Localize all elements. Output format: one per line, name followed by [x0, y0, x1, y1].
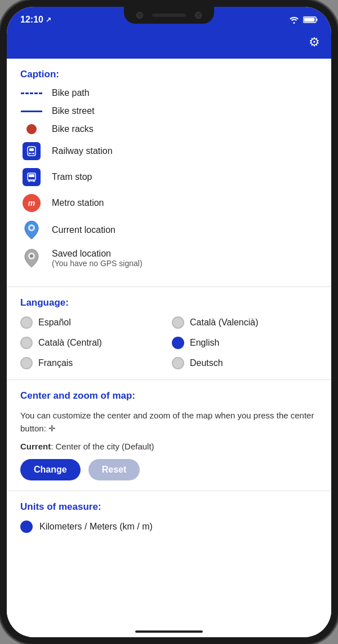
home-bar: [135, 630, 203, 633]
language-option-catala-central[interactable]: Català (Central): [20, 337, 166, 349]
units-radio-km: [20, 521, 33, 533]
camera2: [195, 12, 202, 19]
label-espanol: Español: [38, 317, 71, 328]
bike-street-label: Bike street: [52, 106, 95, 116]
bike-path-icon: [20, 92, 43, 94]
language-option-catala-valenciana[interactable]: Català (Valencià): [172, 316, 318, 329]
blue-drop-svg: [24, 220, 39, 240]
metro-circle: m: [23, 194, 41, 212]
change-button[interactable]: Change: [20, 459, 81, 480]
svg-point-15: [30, 226, 33, 230]
map-zoom-description: You can customize the center and zoom of…: [20, 409, 318, 435]
units-label-km: Kilometers / Meters (km / m): [39, 522, 153, 532]
phone-frame: 12:10 ↗ ⚙: [0, 0, 338, 644]
location-arrow-icon: ↗: [46, 16, 51, 24]
railway-box: [23, 142, 41, 160]
wifi-icon: [288, 16, 300, 24]
dashed-line: [21, 92, 42, 94]
caption-section: Caption: Bike path Bike street: [7, 59, 331, 287]
status-icons: [288, 16, 318, 24]
current-location-icon: [20, 220, 43, 240]
content-area: Caption: Bike path Bike street: [7, 59, 331, 626]
radio-deutsch: [172, 357, 184, 369]
label-deutsch: Deutsch: [190, 358, 223, 368]
radio-english: [172, 337, 184, 349]
radio-espanol: [20, 316, 33, 329]
time-text: 12:10: [20, 15, 43, 25]
legend-saved-location: Saved location (You have no GPS signal): [20, 248, 318, 268]
metro-icon: m: [20, 194, 43, 212]
tram-box: [23, 168, 41, 186]
svg-rect-2: [317, 19, 318, 21]
status-time: 12:10 ↗: [20, 15, 51, 25]
saved-location-label: Saved location (You have no GPS signal): [52, 249, 143, 268]
legend-railway: Railway station: [20, 142, 318, 160]
svg-rect-4: [29, 148, 34, 151]
radio-catala-central: [20, 337, 33, 349]
gray-drop-svg: [24, 248, 39, 268]
legend-current-location: Current location: [20, 220, 318, 240]
legend-bike-racks: Bike racks: [20, 124, 318, 134]
metro-label: Metro station: [52, 198, 104, 208]
bike-path-label: Bike path: [52, 88, 90, 98]
label-catala-central: Català (Central): [38, 338, 102, 348]
settings-icon[interactable]: ⚙: [309, 35, 320, 50]
tram-icon: [20, 168, 43, 186]
home-indicator: [7, 626, 331, 637]
red-dot: [26, 124, 37, 134]
legend-bike-path: Bike path: [20, 88, 318, 98]
legend-metro: m Metro station: [20, 194, 318, 212]
caption-title: Caption:: [20, 69, 318, 80]
header-bar: ⚙: [7, 29, 331, 59]
current-status: Current: Center of the city (Default): [20, 442, 318, 451]
bike-street-icon: [20, 111, 43, 112]
language-option-deutsch[interactable]: Deutsch: [172, 357, 318, 369]
units-title: Units of measure:: [20, 501, 318, 513]
radio-francais: [20, 357, 33, 369]
language-grid: Español Català (Valencià) Català (Centra…: [20, 316, 318, 369]
label-english: English: [190, 338, 219, 348]
legend-bike-street: Bike street: [20, 106, 318, 116]
speaker: [152, 14, 186, 17]
solid-line: [21, 111, 42, 112]
map-zoom-section: Center and zoom of map: You can customiz…: [7, 380, 331, 491]
camera: [136, 12, 143, 19]
language-option-english[interactable]: English: [172, 337, 318, 349]
language-option-francais[interactable]: Français: [20, 357, 166, 369]
railway-label: Railway station: [52, 146, 113, 156]
map-zoom-title: Center and zoom of map:: [20, 390, 318, 402]
svg-rect-1: [304, 18, 315, 22]
svg-point-17: [30, 254, 33, 258]
units-section: Units of measure: Kilometers / Meters (k…: [7, 491, 331, 543]
current-location-label: Current location: [52, 225, 115, 235]
move-icon: ✛: [48, 422, 56, 435]
label-catala-valenciana: Català (Valencià): [190, 317, 259, 328]
label-francais: Français: [38, 358, 73, 368]
radio-catala-valenciana: [172, 316, 184, 329]
notch: [124, 7, 214, 24]
language-option-espanol[interactable]: Español: [20, 316, 166, 329]
language-title: Language:: [20, 297, 318, 308]
units-option-km[interactable]: Kilometers / Meters (km / m): [20, 521, 318, 533]
railway-icon: [20, 142, 43, 160]
button-row: Change Reset: [20, 459, 318, 480]
bike-racks-label: Bike racks: [52, 124, 94, 134]
saved-location-icon: [20, 248, 43, 268]
bike-racks-icon: [20, 124, 43, 134]
legend-tram: Tram stop: [20, 168, 318, 186]
svg-rect-9: [29, 174, 34, 177]
language-section: Language: Español Català (Valencià) Cata…: [7, 287, 331, 380]
battery-icon: [303, 16, 318, 24]
reset-button[interactable]: Reset: [88, 459, 140, 480]
phone-screen: 12:10 ↗ ⚙: [7, 7, 331, 637]
tram-label: Tram stop: [52, 172, 92, 182]
